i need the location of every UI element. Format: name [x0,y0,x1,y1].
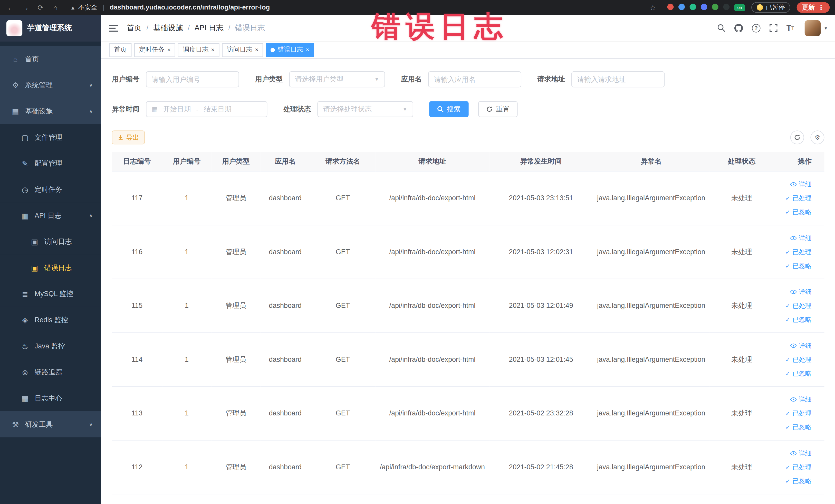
sidebar-item-redis[interactable]: ◈Redis 监控 [0,307,101,333]
tab[interactable]: 首页 [109,43,131,57]
sidebar-item-label: 配置管理 [35,158,62,168]
export-button[interactable]: 导出 [112,130,145,144]
search-icon[interactable] [717,24,725,32]
sidebar-item-config[interactable]: ✎配置管理 [0,150,101,176]
tab[interactable]: 错误日志× [266,43,314,57]
close-icon[interactable]: × [306,47,309,53]
close-icon[interactable]: × [167,47,170,53]
security-indicator[interactable]: ▲ 不安全 [70,3,98,12]
detail-link[interactable]: 详细 [778,338,811,352]
address-url[interactable]: dashboard.yudao.iocoder.cn/infra/log/api… [109,4,270,11]
mark-processed-link[interactable]: ✓已处理 [778,245,811,259]
mark-processed-link[interactable]: ✓已处理 [778,299,811,313]
exception-time-range-picker[interactable]: ▦ 开始日期 - 结束日期 [146,101,267,117]
hamburger-icon[interactable] [109,24,118,32]
breadcrumb-item[interactable]: 基础设施 [153,23,183,33]
cell-app-name: dashboard [261,332,310,386]
tab[interactable]: 调度日志× [178,43,220,57]
logo: 芋道管理系统 [0,15,101,42]
sidebar-item-access-log[interactable]: ▣访问日志 [0,228,101,255]
help-icon[interactable]: ? [752,24,760,32]
tab-label: 首页 [114,45,127,54]
search-button[interactable]: 搜索 [429,101,469,117]
sidebar-item-java[interactable]: ♨Java 监控 [0,333,101,359]
chevron-down-icon: ▼ [403,106,408,112]
update-button[interactable]: 更新 ⋮ [797,2,830,13]
mark-processed-link[interactable]: ✓已处理 [778,352,811,366]
column-header: 用户类型 [211,152,261,171]
app-name-input[interactable] [428,72,521,87]
content: 用户编号 用户类型 请选择用户类型 ▼ 应用名 [101,59,835,504]
github-icon[interactable] [734,24,742,32]
kebab-menu-icon[interactable]: ⋮ [818,4,824,11]
sidebar-item-infra[interactable]: ▤基础设施∧ [0,98,101,124]
mark-processed-link[interactable]: ✓已处理 [778,460,811,474]
mark-ignored-link[interactable]: ✓已忽略 [778,313,811,326]
user-id-input[interactable] [146,72,239,87]
extension-on-badge[interactable]: on [734,4,745,11]
extension-icon[interactable] [723,3,730,10]
extension-icon[interactable] [701,3,707,10]
refresh-list-button[interactable] [790,130,804,144]
detail-link[interactable]: 详细 [778,285,811,299]
mark-ignored-link[interactable]: ✓已忽略 [778,205,811,219]
detail-link[interactable]: 详细 [778,446,811,460]
mark-ignored-link[interactable]: ✓已忽略 [778,474,811,488]
extension-icon[interactable] [667,3,674,10]
search-icon [437,106,444,113]
avatar[interactable] [805,20,821,36]
bookmark-star-icon[interactable]: ☆ [648,3,658,11]
sidebar-item-dev-tools[interactable]: ⚒研发工具∨ [0,411,101,438]
close-icon[interactable]: × [255,47,258,53]
sidebar-item-job[interactable]: ◷定时任务 [0,176,101,203]
fullscreen-icon[interactable] [769,24,777,32]
process-status-select[interactable]: 请选择处理状态 ▼ [317,101,413,117]
detail-link[interactable]: 详细 [778,177,811,191]
tab[interactable]: 定时任务× [134,43,176,57]
sidebar: 芋道管理系统 ⌂首页⚙系统管理∨▤基础设施∧▢文件管理✎配置管理◷定时任务▥AP… [0,15,101,504]
check-icon: ✓ [786,352,790,366]
mark-processed-link[interactable]: ✓已处理 [778,191,811,205]
security-label: 不安全 [78,3,98,12]
sidebar-item-file[interactable]: ▢文件管理 [0,124,101,150]
sidebar-item-api-log[interactable]: ▥API 日志∧ [0,202,101,228]
extension-icon[interactable] [712,3,718,10]
extension-icon[interactable] [690,3,696,10]
detail-link[interactable]: 详细 [778,231,811,245]
sidebar-item-trace[interactable]: ⊚链路追踪 [0,359,101,385]
sidebar-item-home[interactable]: ⌂首页 [0,46,101,72]
eye-icon [790,288,797,295]
back-icon[interactable]: ← [5,3,16,11]
process-status-placeholder: 请选择处理状态 [323,104,372,114]
sidebar-item-log-center[interactable]: ▦日志中心 [0,385,101,411]
chevron-down-icon[interactable]: ▾ [824,25,827,31]
request-url-input[interactable] [571,72,665,87]
mark-ignored-link[interactable]: ✓已忽略 [778,420,811,434]
paused-badge[interactable]: 已暂停 [751,2,790,13]
reset-button[interactable]: 重置 [478,101,518,117]
cell-time: 2021-05-03 12:01:45 [489,332,593,386]
action-label: 已处理 [792,299,812,313]
sidebar-item-mysql[interactable]: ≣MySQL 监控 [0,281,101,307]
detail-link[interactable]: 详细 [778,392,811,406]
extension-icon[interactable] [678,3,685,10]
sidebar-item-system[interactable]: ⚙系统管理∨ [0,72,101,98]
breadcrumb-item[interactable]: 首页 [127,23,142,33]
column-settings-button[interactable]: ⚙ [811,130,824,144]
font-size-icon[interactable]: TT [787,23,794,32]
reload-icon[interactable]: ⟳ [35,3,46,11]
sidebar-item-error-log[interactable]: ▣错误日志 [0,255,101,281]
close-icon[interactable]: × [211,47,214,53]
filter-exception-time: 异常时间 ▦ 开始日期 - 结束日期 [112,101,267,117]
mark-processed-link[interactable]: ✓已处理 [778,406,811,420]
user-type-select[interactable]: 请选择用户类型 ▼ [289,72,385,87]
action-label: 已处理 [792,406,812,420]
browser-home-icon[interactable]: ⌂ [50,3,61,11]
action-label: 已忽略 [792,259,812,273]
breadcrumb-item[interactable]: API 日志 [195,23,224,33]
gear-icon: ⚙ [11,81,20,89]
mark-ignored-link[interactable]: ✓已忽略 [778,366,811,380]
mark-ignored-link[interactable]: ✓已忽略 [778,259,811,273]
forward-icon[interactable]: → [20,3,31,11]
tab[interactable]: 访问日志× [222,43,263,57]
